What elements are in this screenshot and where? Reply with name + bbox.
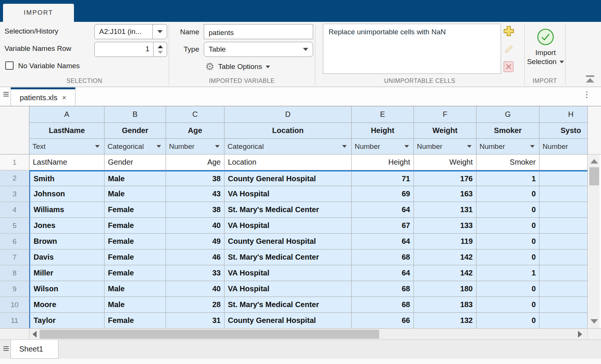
horizontal-scrollbar[interactable] bbox=[29, 329, 587, 340]
cell-D1[interactable]: Location bbox=[224, 154, 352, 170]
col-name-A[interactable]: LastName bbox=[29, 123, 105, 139]
spinner-down-icon[interactable] bbox=[158, 51, 163, 54]
unimportable-rules-listbox[interactable]: Replace unimportable cells with NaN bbox=[323, 24, 501, 74]
col-name-E[interactable]: Height bbox=[352, 123, 414, 139]
cell-A2[interactable]: Smith bbox=[29, 170, 105, 186]
cell-F6[interactable]: 119 bbox=[414, 234, 476, 249]
chevron-down-icon[interactable] bbox=[298, 42, 313, 57]
chevron-down-icon[interactable] bbox=[95, 145, 100, 148]
cell-C6[interactable]: 49 bbox=[166, 234, 224, 249]
cell-C8[interactable]: 33 bbox=[166, 265, 224, 281]
cell-H2[interactable] bbox=[540, 170, 587, 186]
cell-F5[interactable]: 133 bbox=[414, 218, 476, 234]
cell-D11[interactable]: County General Hospital bbox=[224, 313, 352, 328]
cell-G2[interactable]: 1 bbox=[476, 170, 540, 186]
cell-D10[interactable]: St. Mary's Medical Center bbox=[224, 297, 352, 313]
cell-E6[interactable]: 64 bbox=[352, 234, 414, 249]
scroll-down-icon[interactable] bbox=[590, 319, 598, 324]
document-tab-patients[interactable]: patients.xls × bbox=[11, 87, 75, 106]
col-name-C[interactable]: Age bbox=[166, 123, 224, 139]
delete-rule-icon[interactable] bbox=[503, 61, 514, 72]
cell-F4[interactable]: 131 bbox=[414, 202, 476, 218]
col-name-H[interactable]: Systo bbox=[540, 123, 587, 139]
cell-C9[interactable]: 40 bbox=[166, 281, 224, 297]
more-options-icon[interactable]: ⋮ bbox=[583, 90, 591, 99]
collapse-ribbon-button[interactable] bbox=[586, 75, 595, 83]
cell-G10[interactable]: 0 bbox=[476, 297, 540, 313]
spinner-up-icon[interactable] bbox=[158, 45, 163, 48]
ribbon-tab-import[interactable]: IMPORT bbox=[3, 4, 74, 22]
row-header-1[interactable]: 1 bbox=[0, 154, 29, 170]
col-letter-A[interactable]: A bbox=[29, 106, 105, 123]
cell-B4[interactable]: Female bbox=[105, 202, 166, 218]
row-header-3[interactable]: 3 bbox=[0, 186, 29, 202]
cell-C10[interactable]: 28 bbox=[166, 297, 224, 313]
close-icon[interactable]: × bbox=[62, 94, 66, 101]
cell-D4[interactable]: St. Mary's Medical Center bbox=[224, 202, 352, 218]
cell-E5[interactable]: 67 bbox=[352, 218, 414, 234]
row-header-5[interactable]: 5 bbox=[0, 218, 29, 234]
cell-B7[interactable]: Female bbox=[105, 249, 166, 265]
variable-names-row-value[interactable]: 1 bbox=[94, 42, 154, 57]
cell-E2[interactable]: 71 bbox=[352, 170, 414, 186]
cell-E3[interactable]: 69 bbox=[352, 186, 414, 202]
variable-names-row-stepper[interactable]: 1 bbox=[94, 42, 167, 57]
cell-C11[interactable]: 31 bbox=[166, 313, 224, 328]
cell-B10[interactable]: Male bbox=[105, 297, 166, 313]
cell-G11[interactable]: 0 bbox=[476, 313, 540, 328]
col-letter-H[interactable]: H bbox=[540, 106, 587, 123]
col-type-dropdown-H[interactable]: Number bbox=[540, 139, 587, 154]
cell-D2[interactable]: County General Hospital bbox=[224, 170, 352, 186]
cell-A5[interactable]: Jones bbox=[29, 218, 105, 234]
cell-E8[interactable]: 64 bbox=[352, 265, 414, 281]
cell-E11[interactable]: 66 bbox=[352, 313, 414, 328]
chevron-down-icon[interactable] bbox=[215, 145, 220, 148]
cell-B6[interactable]: Female bbox=[105, 234, 166, 249]
cell-G6[interactable]: 0 bbox=[476, 234, 540, 249]
cell-H6[interactable] bbox=[540, 234, 587, 249]
cell-G9[interactable]: 0 bbox=[476, 281, 540, 297]
cell-C7[interactable]: 46 bbox=[166, 249, 224, 265]
cell-A8[interactable]: Miller bbox=[29, 265, 105, 281]
cell-H9[interactable] bbox=[540, 281, 587, 297]
sheet-tabs-menu-icon[interactable] bbox=[3, 345, 9, 352]
col-letter-D[interactable]: D bbox=[224, 106, 352, 123]
cell-G1[interactable]: Smoker bbox=[476, 154, 540, 170]
cell-C3[interactable]: 43 bbox=[166, 186, 224, 202]
cell-D6[interactable]: County General Hospital bbox=[224, 234, 352, 249]
cell-C1[interactable]: Age bbox=[166, 154, 224, 170]
chevron-down-icon[interactable] bbox=[152, 24, 167, 39]
row-header-10[interactable]: 10 bbox=[0, 297, 29, 313]
horizontal-scroll-thumb[interactable] bbox=[40, 330, 379, 339]
add-rule-icon[interactable] bbox=[503, 26, 514, 37]
vertical-scrollbar[interactable] bbox=[589, 154, 599, 328]
col-letter-E[interactable]: E bbox=[352, 106, 414, 123]
cell-A10[interactable]: Moore bbox=[29, 297, 105, 313]
cell-G7[interactable]: 0 bbox=[476, 249, 540, 265]
cell-F11[interactable]: 132 bbox=[414, 313, 476, 328]
cell-H5[interactable] bbox=[540, 218, 587, 234]
chevron-down-icon[interactable] bbox=[342, 145, 347, 148]
variable-type-dropdown[interactable]: Table bbox=[204, 42, 313, 57]
row-header-7[interactable]: 7 bbox=[0, 249, 29, 265]
cell-C4[interactable]: 38 bbox=[166, 202, 224, 218]
col-type-dropdown-F[interactable]: Number bbox=[414, 139, 476, 154]
cell-A11[interactable]: Taylor bbox=[29, 313, 105, 328]
vertical-scroll-thumb[interactable] bbox=[589, 167, 599, 185]
col-name-D[interactable]: Location bbox=[224, 123, 352, 139]
document-tabs-menu-icon[interactable] bbox=[3, 91, 9, 98]
cell-D3[interactable]: VA Hospital bbox=[224, 186, 352, 202]
no-variable-names-checkbox[interactable] bbox=[5, 61, 14, 70]
cell-C5[interactable]: 40 bbox=[166, 218, 224, 234]
cell-F2[interactable]: 176 bbox=[414, 170, 476, 186]
cell-C2[interactable]: 38 bbox=[166, 170, 224, 186]
cell-B8[interactable]: Female bbox=[105, 265, 166, 281]
cell-E9[interactable]: 68 bbox=[352, 281, 414, 297]
col-type-dropdown-C[interactable]: Number bbox=[166, 139, 224, 154]
col-type-dropdown-A[interactable]: Text bbox=[29, 139, 105, 154]
cell-H8[interactable] bbox=[540, 265, 587, 281]
cell-D9[interactable]: VA Hospital bbox=[224, 281, 352, 297]
chevron-down-icon[interactable] bbox=[467, 145, 472, 148]
sheet-tab-sheet1[interactable]: Sheet1 bbox=[11, 340, 58, 359]
row-header-11[interactable]: 11 bbox=[0, 313, 29, 329]
